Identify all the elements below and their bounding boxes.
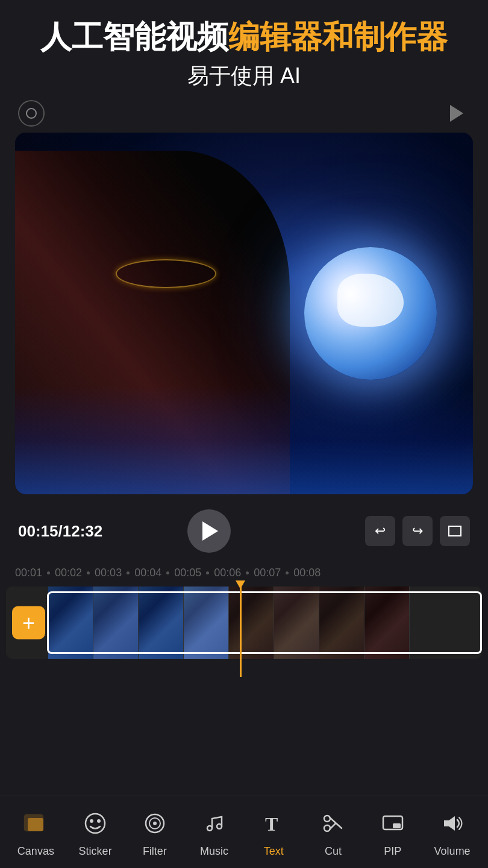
main-title: 人工智能视频编辑器和制作器 (12, 18, 476, 55)
svg-point-12 (324, 816, 330, 822)
frame-1 (48, 587, 93, 659)
text-icon: T (257, 807, 290, 840)
subtitle: 易于使用 AI (12, 61, 476, 91)
frame-6 (274, 587, 319, 659)
music-icon (198, 807, 231, 840)
title-part2: 编辑器和制作器 (228, 19, 448, 54)
time-display: 00:15/12:32 (18, 522, 114, 541)
tool-filter[interactable]: Filter (128, 807, 182, 858)
cut-icon (316, 807, 350, 840)
sticker-label: Sticker (79, 845, 112, 858)
svg-point-4 (97, 819, 101, 823)
svg-rect-1 (28, 819, 43, 831)
ruler-00:01: 00:01 (15, 567, 42, 579)
sticker-icon (78, 807, 112, 840)
ruler-dot (166, 571, 169, 574)
add-clip-button[interactable]: + (12, 606, 45, 640)
tool-volume[interactable]: Volume (425, 807, 480, 858)
title-part1: 人工智能视频 (40, 19, 228, 54)
redo-button[interactable]: ↪ (402, 516, 433, 546)
timeline-playhead (240, 580, 242, 677)
svg-point-7 (153, 822, 157, 825)
tool-music[interactable]: Music (187, 807, 242, 858)
pip-label: PIP (384, 845, 401, 858)
canvas-label: Canvas (17, 845, 54, 858)
video-background (15, 133, 473, 494)
filter-label: Filter (143, 845, 167, 858)
ruler-00:06: 00:06 (214, 567, 241, 579)
top-controls (0, 100, 488, 127)
ruler-00:05: 00:05 (174, 567, 201, 579)
timeline-area[interactable]: + (0, 587, 488, 665)
ruler-dot (246, 571, 249, 574)
ruler-track: 00:01 00:02 00:03 00:04 00:05 00:06 00:0… (15, 567, 473, 579)
tool-canvas[interactable]: Canvas (8, 807, 63, 858)
ruler-dot (206, 571, 209, 574)
frame-4 (184, 587, 229, 659)
undo-button[interactable]: ↩ (365, 516, 395, 546)
tool-cut[interactable]: Cut (306, 807, 360, 858)
pip-icon (376, 807, 410, 840)
text-label: Text (264, 845, 284, 858)
ruler-dot (286, 571, 289, 574)
globe-decoration (304, 247, 437, 380)
ruler-dot (127, 571, 130, 574)
ruler-00:03: 00:03 (95, 567, 122, 579)
bottom-toolbar: Canvas Sticker Filter (0, 796, 488, 868)
film-frames (6, 587, 482, 659)
table-glow (15, 386, 473, 494)
timeline-strip[interactable]: + (6, 587, 482, 659)
svg-marker-17 (444, 816, 455, 831)
control-buttons: ↩ ↪ (365, 516, 470, 546)
frame-5 (229, 587, 274, 659)
frame-2 (93, 587, 139, 659)
circle-button[interactable] (18, 100, 45, 127)
fullscreen-icon (448, 526, 461, 536)
triangle-icon (450, 105, 463, 122)
tool-sticker[interactable]: Sticker (68, 807, 122, 858)
canvas-icon (19, 807, 52, 840)
music-label: Music (200, 845, 228, 858)
svg-point-2 (86, 814, 105, 833)
svg-rect-16 (393, 823, 401, 828)
volume-icon (436, 807, 469, 840)
video-preview (15, 133, 473, 494)
ruler-00:08: 00:08 (293, 567, 321, 579)
playback-controls: 00:15/12:32 ↩ ↪ (0, 500, 488, 562)
tool-text[interactable]: T Text (246, 807, 301, 858)
play-button[interactable] (187, 509, 231, 553)
svg-point-9 (217, 824, 222, 829)
triangle-button[interactable] (443, 100, 470, 127)
svg-point-3 (90, 819, 93, 823)
header: 人工智能视频编辑器和制作器 易于使用 AI (0, 0, 488, 97)
ruler-dot (47, 571, 50, 574)
fullscreen-button[interactable] (440, 516, 470, 546)
cut-label: Cut (325, 845, 342, 858)
ruler-00:07: 00:07 (254, 567, 281, 579)
ruler-00:02: 00:02 (55, 567, 82, 579)
filter-icon (138, 807, 172, 840)
frame-7 (319, 587, 364, 659)
add-icon: + (22, 610, 35, 635)
svg-text:T: T (265, 813, 278, 835)
ruler-dot (87, 571, 90, 574)
circle-icon (26, 108, 37, 119)
svg-line-14 (330, 823, 336, 829)
svg-point-11 (324, 825, 330, 831)
ruler-00:04: 00:04 (134, 567, 161, 579)
undo-icon: ↩ (375, 523, 386, 539)
volume-label: Volume (434, 845, 471, 858)
frame-3 (139, 587, 184, 659)
svg-point-8 (207, 826, 212, 831)
redo-icon: ↪ (412, 523, 423, 539)
tool-pip[interactable]: PIP (366, 807, 420, 858)
frame-8 (364, 587, 410, 659)
play-icon (202, 521, 218, 541)
